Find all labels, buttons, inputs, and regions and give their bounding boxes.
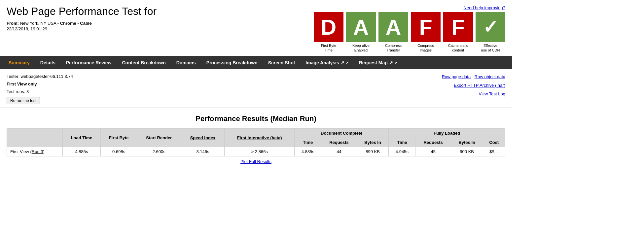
cell-fl-requests: 45 [415,147,451,156]
grade-first-byte-time: DFirst ByteTime [314,12,343,53]
col-doc-requests: Requests [321,138,357,147]
view-log-link[interactable]: View Test Log [479,91,505,96]
grade-boxes: DFirst ByteTimeAKeep-aliveEnabledACompre… [314,12,505,53]
info-right: Raw page data - Raw object data Export H… [442,73,505,105]
cell-cost: $$--- [483,147,505,156]
nav-item-domains[interactable]: Domains [171,56,201,69]
plot-full-results-link[interactable]: Plot Full Results [240,159,271,164]
rerun-button[interactable]: Re-run the test [7,97,40,104]
cell-load-time: 4.885s [62,147,101,156]
grade-tile-compress-transfer: A [378,12,408,42]
results-section: Performance Results (Median Run) Load Ti… [0,108,512,171]
cell-doc-requests: 44 [321,147,357,156]
cell-first-interactive: > 2.866s [225,147,295,156]
grade-tile-compress-images: F [411,12,441,42]
grade-label-first-byte-time: First ByteTime [321,43,336,53]
grade-label-compress-transfer: CompressTransfer [385,43,402,53]
header-left: Web Page Performance Test for From: New … [7,5,157,31]
col-load-time: Load Time [62,129,101,147]
info-left: Tester: webpagetester-66.111.3.74 First … [7,73,73,105]
col-doc-time: Time [295,138,321,147]
grade-cache-static: FCache staticcontent [443,12,473,53]
nav-item-performance-review[interactable]: Performance Review [61,56,117,69]
tester-info: Tester: webpagetester-66.111.3.74 [7,73,73,80]
nav-item-request-map[interactable]: Request Map ↗ [354,56,402,69]
grade-label-effective-cdn: Effectiveuse of CDN [481,43,500,53]
page-header: Web Page Performance Test for From: New … [0,0,512,56]
cell-start-render: 2.600s [137,147,181,156]
grade-label-compress-images: CompressImages [417,43,434,53]
nav-item-processing-breakdown[interactable]: Processing Breakdown [201,56,263,69]
col-first-interactive: First Interactive (beta) [225,129,295,147]
raw-page-link[interactable]: Raw page data [442,74,471,79]
col-start-render: Start Render [137,129,181,147]
grade-tile-effective-cdn: ✓ [476,12,505,42]
col-row-label [7,129,63,147]
nav-item-content-breakdown[interactable]: Content Breakdown [117,56,171,69]
grade-effective-cdn: ✓Effectiveuse of CDN [476,12,505,53]
info-bar: Tester: webpagetester-66.111.3.74 First … [0,69,512,108]
run3-link[interactable]: Run 3 [32,149,43,154]
grade-tile-first-byte-time: D [314,12,343,42]
nav-item-screen-shot[interactable]: Screen Shot [263,56,301,69]
cell-first-byte: 0.698s [101,147,137,156]
results-title: Performance Results (Median Run) [7,115,505,123]
grade-tile-cache-static: F [443,12,473,42]
cell-doc-time: 4.885s [295,147,321,156]
cell-fl-time: 4.945s [389,147,415,156]
from-line: From: New York, NY USA - Chrome - Cable [7,21,157,26]
col-first-byte: First Byte [101,129,137,147]
col-fl-time: Time [389,138,415,147]
from-browser: Chrome [60,21,76,26]
col-fl-requests: Requests [415,138,451,147]
cell-speed-index: 3.146s [181,147,225,156]
grade-compress-images: FCompressImages [411,12,441,53]
runs-info: Test runs: 3 [7,88,73,95]
grade-keepalive: AKeep-aliveEnabled [346,12,376,53]
plot-link-container: Plot Full Results [7,159,505,164]
col-speed-index: Speed Index [181,129,225,147]
col-cost: Cost [483,138,505,147]
speed-index-link[interactable]: Speed Index [190,135,216,140]
first-interactive-link[interactable]: First Interactive (beta) [237,135,282,140]
grade-label-keepalive: Keep-aliveEnabled [352,43,370,53]
test-date: 22/12/2018, 19:01:29 [7,26,157,31]
nav-item-image-analysis[interactable]: Image Analysis ↗ [300,56,353,69]
doc-complete-header: Document Complete [295,129,389,138]
nav-item-summary[interactable]: Summary [3,56,35,69]
grade-compress-transfer: ACompressTransfer [378,12,408,53]
from-location: New York, NY USA [20,21,56,26]
performance-table: Load Time First Byte Start Render Speed … [7,128,505,156]
cell-label: First View (Run 3) [7,147,63,156]
col-fl-bytes: Bytes In [451,138,483,147]
view-info: First View only [7,82,37,86]
cell-doc-bytes: 899 KB [357,147,389,156]
page-title: Web Page Performance Test for [7,5,157,17]
table-row: First View (Run 3)4.885s0.698s2.600s3.14… [7,147,505,156]
cell-fl-bytes: 900 KB [451,147,483,156]
header-right: Need help improving? DFirst ByteTimeAKee… [314,5,505,53]
grade-tile-keepalive: A [346,12,376,42]
col-doc-bytes: Bytes In [357,138,389,147]
from-connection: Cable [80,21,91,26]
export-har-link[interactable]: Export HTTP Archive (.har) [454,83,505,88]
fully-loaded-header: Fully Loaded [389,129,505,138]
raw-object-link[interactable]: Raw object data [475,74,505,79]
grade-label-cache-static: Cache staticcontent [448,43,468,53]
nav-item-details[interactable]: Details [35,56,61,69]
main-nav: SummaryDetailsPerformance ReviewContent … [0,56,512,69]
need-help-link[interactable]: Need help improving? [464,5,505,10]
from-label: From: [7,21,19,26]
